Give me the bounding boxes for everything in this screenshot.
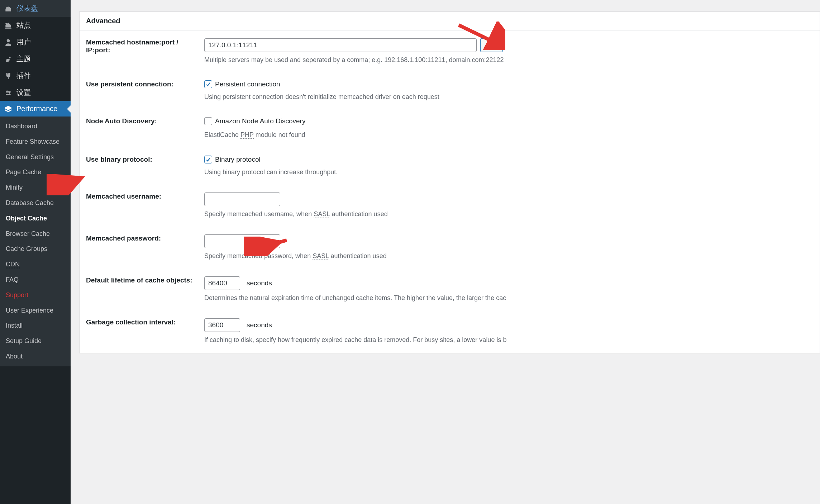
label-memcached-username: Memcached username: — [86, 192, 204, 219]
main-content: Advanced Memcached hostname:port / IP:po… — [71, 0, 820, 504]
submenu-object-cache[interactable]: Object Cache — [0, 211, 71, 226]
hint-binary: Using binary protocol can increase throu… — [204, 168, 813, 177]
sidebar-item-label: Performance — [16, 105, 58, 113]
hint-memcached-password: Specify memcached password, when SASL au… — [204, 252, 813, 261]
memcached-host-input[interactable] — [204, 38, 477, 52]
row-default-lifetime: Default lifetime of cache objects: secon… — [86, 268, 813, 310]
binary-checkbox[interactable] — [204, 156, 212, 163]
hint-garbage-collection: If caching to disk, specify how frequent… — [204, 336, 813, 344]
label-memcached-host: Memcached hostname:port / IP:port: — [86, 38, 204, 65]
hint-default-lifetime: Determines the natural expiration time o… — [204, 294, 813, 303]
plugins-icon — [4, 72, 12, 80]
memcached-password-input[interactable] — [204, 234, 280, 248]
sidebar-item-label: 站点 — [16, 20, 31, 30]
auto-discovery-checkbox[interactable] — [204, 117, 212, 125]
sidebar-item-label: 设置 — [16, 88, 31, 98]
memcached-username-input[interactable] — [204, 192, 280, 206]
performance-icon — [4, 105, 12, 113]
submenu-database-cache[interactable]: Database Cache — [0, 195, 71, 211]
sidebar-item-themes[interactable]: 主题 — [0, 51, 71, 67]
hint-memcached-host: Multiple servers may be used and seperat… — [204, 56, 813, 65]
row-persistent: Use persistent connection: Persistent co… — [86, 72, 813, 109]
performance-submenu: Dashboard Feature Showcase General Setti… — [0, 117, 71, 366]
label-persistent: Use persistent connection: — [86, 80, 204, 101]
label-garbage-collection: Garbage collection interval: — [86, 318, 204, 344]
submenu-minify[interactable]: Minify — [0, 180, 71, 195]
submenu-browser-cache[interactable]: Browser Cache — [0, 226, 71, 242]
submenu-feature-showcase[interactable]: Feature Showcase — [0, 134, 71, 149]
users-icon — [4, 38, 12, 46]
hint-memcached-username: Specify memcached username, when SASL au… — [204, 210, 813, 219]
unit-seconds: seconds — [247, 321, 272, 329]
label-binary: Use binary protocol: — [86, 156, 204, 177]
sidebar-item-settings[interactable]: 设置 — [0, 84, 71, 101]
row-binary: Use binary protocol: Binary protocol Usi… — [86, 148, 813, 185]
default-lifetime-input[interactable] — [204, 276, 240, 290]
row-memcached-password: Memcached password: Specify memcached pa… — [86, 227, 813, 268]
hint-auto-discovery: ElastiCache PHP module not found — [204, 130, 813, 139]
submenu-install[interactable]: Install — [0, 318, 71, 333]
test-button[interactable]: Test — [480, 38, 503, 52]
row-garbage-collection: Garbage collection interval: seconds If … — [86, 310, 813, 352]
sidebar-item-performance[interactable]: Performance — [0, 101, 71, 117]
sidebar-item-label: 仪表盘 — [16, 4, 38, 13]
submenu-support[interactable]: Support — [0, 287, 71, 303]
row-memcached-username: Memcached username: Specify memcached us… — [86, 185, 813, 227]
unit-seconds: seconds — [247, 279, 272, 287]
admin-sidebar: 仪表盘 站点 用户 主题 插件 设置 Performance Dashboard — [0, 0, 71, 504]
row-auto-discovery: Node Auto Discovery: Amazon Node Auto Di… — [86, 109, 813, 147]
submenu-about[interactable]: About — [0, 349, 71, 364]
auto-checkbox-row[interactable]: Amazon Node Auto Discovery — [204, 117, 305, 125]
sidebar-item-dashboard[interactable]: 仪表盘 — [0, 0, 71, 17]
advanced-panel: Advanced Memcached hostname:port / IP:po… — [79, 11, 820, 353]
persistent-checkbox-row[interactable]: Persistent connection — [204, 80, 280, 88]
row-memcached-host: Memcached hostname:port / IP:port: Test … — [86, 30, 813, 72]
persistent-checkbox[interactable] — [204, 80, 212, 88]
submenu-general-settings[interactable]: General Settings — [0, 149, 71, 165]
sidebar-item-plugins[interactable]: 插件 — [0, 67, 71, 84]
submenu-user-experience[interactable]: User Experience — [0, 303, 71, 318]
submenu-page-cache[interactable]: Page Cache — [0, 165, 71, 180]
submenu-cdn[interactable]: CDN — [0, 257, 71, 272]
panel-title: Advanced — [80, 12, 820, 30]
label-memcached-password: Memcached password: — [86, 234, 204, 261]
submenu-setup-guide[interactable]: Setup Guide — [0, 333, 71, 349]
sidebar-item-label: 主题 — [16, 54, 31, 64]
themes-icon — [4, 55, 12, 63]
hint-persistent: Using persistent connection doesn't rein… — [204, 92, 813, 101]
submenu-faq[interactable]: FAQ — [0, 272, 71, 287]
sites-icon — [4, 22, 12, 29]
binary-checkbox-row[interactable]: Binary protocol — [204, 156, 261, 163]
garbage-collection-input[interactable] — [204, 318, 240, 332]
label-default-lifetime: Default lifetime of cache objects: — [86, 276, 204, 303]
submenu-cache-groups[interactable]: Cache Groups — [0, 241, 71, 257]
sidebar-item-sites[interactable]: 站点 — [0, 17, 71, 34]
label-auto-discovery: Node Auto Discovery: — [86, 117, 204, 139]
sidebar-item-label: 插件 — [16, 71, 31, 81]
submenu-dashboard[interactable]: Dashboard — [0, 119, 71, 134]
dashboard-icon — [4, 5, 12, 13]
sidebar-item-label: 用户 — [16, 37, 31, 47]
sidebar-item-users[interactable]: 用户 — [0, 34, 71, 51]
settings-icon — [4, 89, 12, 97]
